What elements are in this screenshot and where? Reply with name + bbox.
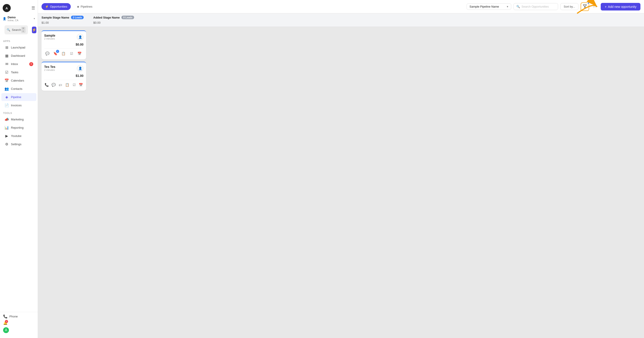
stage-header-sample: Sample Stage Name 2 Leads $1.00 [42,16,86,24]
stage-header-added: Added Stage Name 0 Leads $0.00 [93,16,138,24]
card-assign-button-sample[interactable]: 👤 [77,34,84,41]
pipeline-selector-chevron: ▾ [507,5,508,8]
sidebar-item-tasks[interactable]: ☑ Tasks [1,68,36,76]
search-opp-placeholder: Search Opportunities [522,5,549,8]
sidebar-item-settings[interactable]: ⚙ Settings [1,140,36,148]
search-opp-icon: 🔍 [516,5,520,8]
stage-headers-row: Sample Stage Name 2 Leads $1.00 Added St… [38,14,644,27]
opportunities-tab-label: Opportunities [50,5,67,8]
opportunities-tab-icon: ⚡ [45,5,49,8]
invoices-icon: 📄 [4,103,9,107]
sort-button[interactable]: Sort by... [560,3,578,10]
card-amount-sample: $0.00 [44,43,84,46]
sidebar-item-calendars[interactable]: 📅 Calendars [1,77,36,84]
notifications-badge: 3 [5,320,8,323]
stage-name-sample: Sample Stage Name [42,16,69,19]
sidebar: A ☰ 👤 Demo Irvine, CA ▾ 🔍 Search ⌘ K ⚡ A… [0,0,38,338]
sidebar-item-label: Tasks [11,71,18,74]
topbar: ⚡ Opportunities ◈ Pipelines Sample Pipel… [38,0,644,14]
assign-icon: 👤 [78,67,82,70]
hamburger-icon[interactable]: ☰ [32,6,35,11]
pipeline-selector[interactable]: Sample Pipeline Name ▾ [466,3,511,10]
sidebar-item-label: Reporting [11,126,24,129]
card-action-phone[interactable]: 📞 [44,82,49,88]
lightning-button[interactable]: ⚡ [32,27,36,33]
card-action-tag[interactable]: 🏷 [58,82,63,88]
user-location: Irvine, CA [8,19,18,22]
search-opportunities-input[interactable]: 🔍 Search Opportunities [514,3,558,10]
contacts-icon: 👥 [4,87,9,91]
sidebar-item-label: Marketing [11,118,24,121]
card-action-chat[interactable]: 💬 [44,51,50,57]
add-opportunity-icon: + [605,5,606,9]
pipelines-tab-icon: ◈ [77,5,79,8]
assign-icon: 👤 [78,35,82,39]
tools-section-label: Tools [0,109,38,115]
sidebar-item-label: Launchpad [11,46,25,49]
sidebar-item-pipeline[interactable]: ◈ Pipeline [1,93,36,101]
card-time-sample: 2 minutes [44,37,55,40]
card-amount-tes-tes: $1.00 [44,74,84,78]
svg-marker-0 [583,5,587,8]
launchpad-icon: ⊞ [4,45,9,50]
tab-opportunities[interactable]: ⚡ Opportunities [42,3,71,10]
sidebar-item-label: Youtube [11,134,22,138]
card-title-sample: Sample [44,34,55,37]
sidebar-item-contacts[interactable]: 👥 Contacts [1,85,36,93]
pipeline-icon: ◈ [4,95,9,99]
card-actions-tes-tes: 📞 💬 🏷 📋 ☑ 📅 [44,80,84,88]
sidebar-item-label: Settings [11,142,22,146]
search-label: Search [12,28,21,32]
card-action-doc[interactable]: 📋 [65,82,70,88]
user-name: Demo [8,16,18,19]
card-action-check[interactable]: ☑ [68,51,74,57]
card-sample: Sample 2 minutes 👤 $0.00 💬 🔖 1 📋 ☑ [42,30,86,59]
phone-icon: 📞 [3,314,8,318]
sidebar-item-dashboard[interactable]: ▦ Dashboard [1,52,36,60]
apps-section-label: Apps [0,38,38,43]
inbox-badge: 0 [29,62,33,66]
user-info[interactable]: 👤 Demo Irvine, CA ▾ [0,15,38,24]
sidebar-item-reporting[interactable]: 📊 Reporting [1,124,36,132]
card-title-tes-tes: Tes Tes [44,65,55,69]
sidebar-item-label: Invoices [11,104,22,107]
card-action-calendar[interactable]: 📅 [76,51,82,57]
card-assign-button-tes-tes[interactable]: 👤 [77,65,84,72]
youtube-icon: ▶ [4,134,9,138]
stage-name-added: Added Stage Name [93,16,120,19]
stage-column-sample: Sample 2 minutes 👤 $0.00 💬 🔖 1 📋 ☑ [42,30,86,93]
card-actions-sample: 💬 🔖 1 📋 ☑ 📅 [44,49,84,57]
add-opportunity-button[interactable]: + Add new opportunity [601,3,640,11]
more-options-button[interactable]: ⋯ [591,3,598,10]
tab-pipelines[interactable]: ◈ Pipelines [74,3,96,10]
sidebar-item-label: Pipeline [11,95,21,99]
sidebar-item-label: Calendars [11,79,24,82]
more-options-icon: ⋯ [593,4,597,9]
dashboard-icon: ▦ [4,54,9,58]
search-shortcut: ⌘ K [21,27,26,33]
reporting-icon: 📊 [4,125,9,130]
sidebar-item-inbox[interactable]: ✉ Inbox 0 [1,60,36,68]
leads-badge-added: 0 Leads [122,16,134,19]
add-opportunity-label: Add new opportunity [608,5,636,9]
sidebar-item-label: Inbox [11,62,18,66]
stage-amount-sample: $1.00 [42,21,49,24]
filter-active-dot [587,2,590,4]
kanban-board: Sample 2 minutes 👤 $0.00 💬 🔖 1 📋 ☑ [38,27,644,338]
tasks-icon: ☑ [4,70,9,74]
card-action-chat[interactable]: 💬 [51,82,56,88]
search-button[interactable]: 🔍 Search ⌘ K [4,25,28,34]
sidebar-item-marketing[interactable]: 📣 Marketing [1,115,36,123]
filter-button[interactable] [581,3,589,11]
card-action-doc[interactable]: 📋 [60,51,66,57]
card-tes-tes: Tes Tes 2 minutes 👤 $1.00 📞 💬 🏷 📋 ☑ 📅 [42,62,86,91]
card-action-bookmark[interactable]: 🔖 1 [52,51,58,57]
sidebar-item-launchpad[interactable]: ⊞ Launchpad [1,44,36,51]
phone-label: Phone [9,315,18,318]
sidebar-item-youtube[interactable]: ▶ Youtube [1,132,36,140]
sidebar-item-invoices[interactable]: 📄 Invoices [1,101,36,109]
main-content: ⚡ Opportunities ◈ Pipelines Sample Pipel… [38,0,644,338]
card-action-calendar[interactable]: 📅 [78,82,84,88]
card-action-check[interactable]: ☑ [72,82,77,88]
filter-icon [583,4,587,9]
